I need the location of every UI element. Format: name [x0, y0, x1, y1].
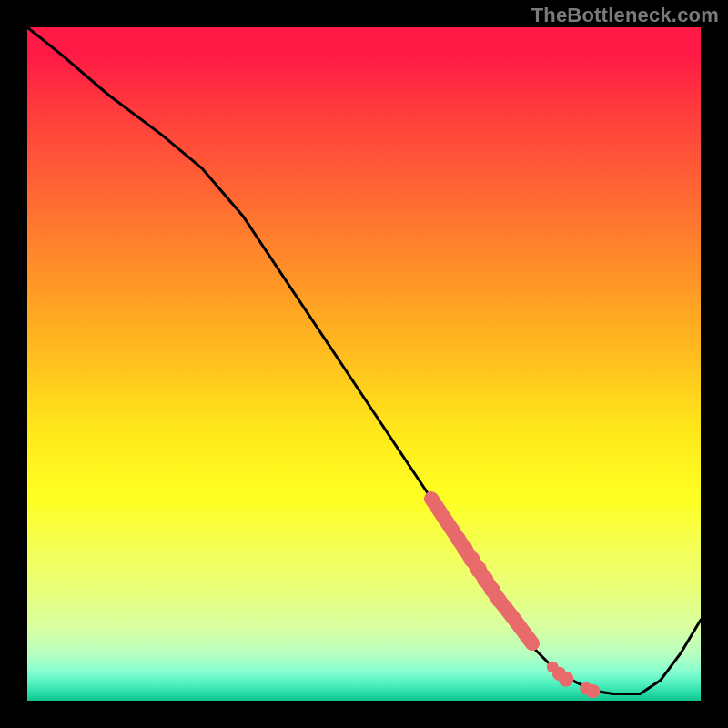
chart-frame: TheBottleneck.com [0, 0, 728, 728]
chart-svg-layer [27, 27, 701, 701]
bottleneck-curve [27, 27, 701, 694]
highlight-point [559, 672, 574, 687]
highlight-point [527, 639, 537, 649]
highlight-point [517, 624, 529, 636]
watermark-label: TheBottleneck.com [531, 4, 719, 27]
highlight-point [586, 684, 600, 698]
highlight-point [426, 493, 438, 505]
plot-area [27, 27, 701, 701]
highlight-point [506, 611, 519, 623]
